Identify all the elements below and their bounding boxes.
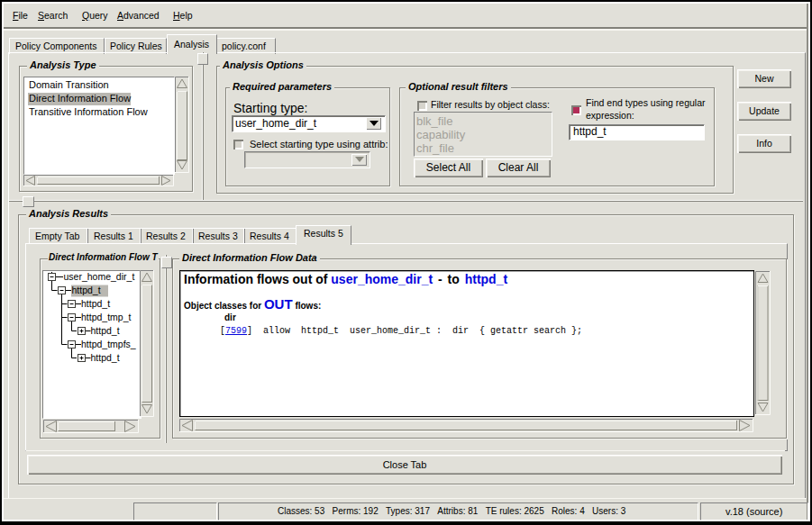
svg-text:httpd_t: httpd_t (81, 298, 110, 309)
svg-text:user_home_dir_t: user_home_dir_t (64, 272, 135, 282)
svg-text:httpd_t: httpd_t (72, 285, 101, 295)
svg-text:httpd_t: httpd_t (91, 325, 120, 336)
svg-text:httpd_tmpfs_: httpd_tmpfs_ (81, 339, 136, 349)
svg-text:httpd_tmp_t: httpd_tmp_t (81, 312, 132, 322)
svg-text:httpd_t: httpd_t (91, 352, 120, 363)
